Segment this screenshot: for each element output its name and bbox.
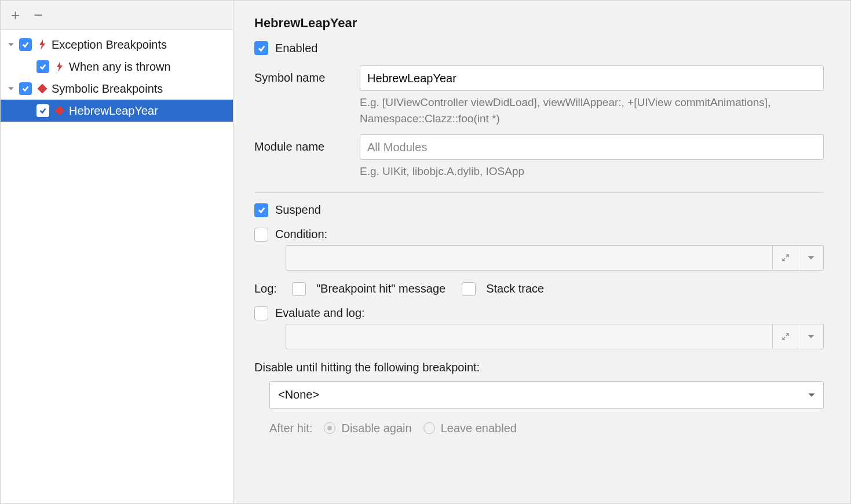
disable-until-value: <None> bbox=[270, 388, 800, 401]
after-hit-disable-radio[interactable]: Disable again bbox=[324, 422, 411, 435]
symbol-name-hint: E.g. [UIViewController viewDidLoad], vie… bbox=[360, 94, 824, 126]
condition-input[interactable] bbox=[286, 246, 772, 270]
tree-label: HebrewLeapYear bbox=[69, 104, 158, 118]
tree-item-when-any-thrown[interactable]: When any is thrown bbox=[1, 56, 233, 78]
after-hit-label: After hit: bbox=[269, 422, 312, 435]
breakpoint-title: HebrewLeapYear bbox=[254, 16, 824, 31]
tree-item-hebrewleapyear[interactable]: HebrewLeapYear bbox=[1, 100, 233, 122]
tree-label: Exception Breakpoints bbox=[52, 38, 167, 52]
chevron-down-icon bbox=[800, 391, 823, 399]
module-name-input[interactable] bbox=[360, 134, 824, 160]
divider bbox=[254, 192, 824, 193]
suspend-checkbox[interactable] bbox=[254, 203, 268, 217]
log-label: Log: bbox=[254, 282, 277, 295]
sidebar-toolbar: + − bbox=[1, 1, 233, 30]
remove-breakpoint-button[interactable]: − bbox=[34, 8, 42, 23]
tree-label: Symbolic Breakpoints bbox=[52, 82, 163, 96]
checkbox-when-any-thrown[interactable] bbox=[36, 60, 49, 73]
log-hit-label: "Breakpoint hit" message bbox=[316, 282, 445, 295]
condition-checkbox[interactable] bbox=[254, 228, 268, 242]
checkbox-symbolic-group[interactable] bbox=[19, 82, 32, 95]
disclosure-triangle-icon[interactable] bbox=[6, 41, 16, 48]
symbol-name-input[interactable] bbox=[360, 65, 824, 91]
evaluate-expression-box bbox=[286, 324, 824, 349]
suspend-label: Suspend bbox=[275, 203, 321, 217]
disable-until-dropdown[interactable]: <None> bbox=[269, 381, 824, 409]
diamond-icon bbox=[54, 107, 65, 114]
log-stack-label: Stack trace bbox=[486, 282, 544, 295]
module-name-hint: E.g. UIKit, libobjc.A.dylib, IOSApp bbox=[360, 163, 824, 180]
chevron-down-icon[interactable] bbox=[798, 246, 823, 270]
after-hit-row: After hit: Disable again Leave enabled bbox=[254, 422, 824, 435]
tree-label: When any is thrown bbox=[69, 60, 171, 74]
add-breakpoint-button[interactable]: + bbox=[11, 8, 20, 23]
condition-expression-box bbox=[286, 245, 824, 271]
after-hit-disable-label: Disable again bbox=[341, 422, 411, 435]
evaluate-log-label: Evaluate and log: bbox=[275, 306, 365, 320]
condition-label: Condition: bbox=[275, 228, 327, 241]
evaluate-input[interactable] bbox=[286, 324, 772, 349]
breakpoint-detail-panel: HebrewLeapYear Enabled Symbol name E.g. … bbox=[233, 1, 850, 503]
after-hit-leave-label: Leave enabled bbox=[441, 422, 517, 435]
enabled-checkbox[interactable] bbox=[254, 41, 268, 55]
symbol-name-label: Symbol name bbox=[254, 65, 360, 85]
tree-group-symbolic[interactable]: Symbolic Breakpoints bbox=[1, 78, 233, 100]
disclosure-triangle-icon[interactable] bbox=[6, 85, 16, 92]
checkbox-hebrewleapyear[interactable] bbox=[36, 104, 49, 117]
module-name-label: Module name bbox=[254, 134, 360, 154]
tree-group-exception[interactable]: Exception Breakpoints bbox=[1, 34, 233, 56]
disable-until-label: Disable until hitting the following brea… bbox=[254, 361, 824, 374]
checkbox-exception-group[interactable] bbox=[19, 38, 32, 51]
expand-icon[interactable] bbox=[772, 324, 798, 349]
lightning-icon bbox=[36, 39, 48, 50]
expand-icon[interactable] bbox=[772, 246, 798, 270]
log-hit-checkbox[interactable] bbox=[292, 282, 306, 296]
evaluate-log-checkbox[interactable] bbox=[254, 306, 268, 320]
chevron-down-icon[interactable] bbox=[798, 324, 823, 349]
diamond-icon bbox=[36, 85, 48, 92]
breakpoints-tree: Exception Breakpoints When any is thrown bbox=[1, 30, 233, 503]
enabled-label: Enabled bbox=[275, 42, 317, 55]
log-stack-checkbox[interactable] bbox=[462, 282, 476, 296]
lightning-icon bbox=[54, 61, 65, 72]
breakpoints-sidebar: + − Exception Breakpoints bbox=[1, 1, 233, 503]
after-hit-leave-radio[interactable]: Leave enabled bbox=[423, 422, 517, 435]
